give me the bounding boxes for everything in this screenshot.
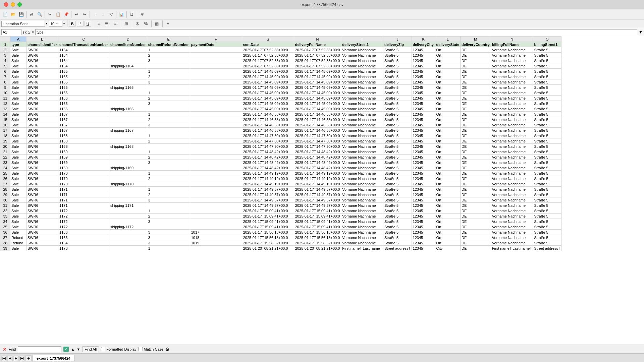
cell-r9-c0[interactable]: Sale [10, 85, 26, 90]
redo-icon[interactable]: ↪ [81, 11, 88, 18]
cell-r29-c11[interactable]: Ort [435, 192, 460, 197]
cell-r16-c8[interactable]: Vorname Nachname [341, 122, 383, 128]
cell-r26-c5[interactable] [190, 176, 242, 181]
cell-r3-c4[interactable]: 2 [147, 53, 190, 58]
cell-r39-c2[interactable]: 1173 [58, 246, 109, 251]
row-num-39[interactable]: 39 [0, 246, 10, 251]
cell-r11-c8[interactable]: Vorname Nachname [341, 96, 383, 101]
cell-r20-c7[interactable]: 2025-01-17T14:47:30+00:0 [294, 144, 341, 149]
cell-r16-c9[interactable]: Straße 5 [383, 122, 412, 128]
cell-r5-c6[interactable]: 2025-01-17T07:52:33+00:0 [242, 63, 294, 69]
cell-r4-c9[interactable]: Straße 5 [383, 58, 412, 63]
find-next-icon[interactable]: ▼ [76, 347, 80, 351]
cell-r15-c9[interactable]: Straße 5 [383, 117, 412, 122]
cell-r22-c2[interactable]: 1169 [58, 155, 109, 160]
cell-r7-c7[interactable]: 2025-01-17T14:45:09+00:0 [294, 74, 341, 79]
cell-r37-c0[interactable]: Refund [10, 235, 26, 240]
cell-r35-c14[interactable]: Straße 5 [533, 224, 561, 230]
col-header-e[interactable]: E [147, 37, 190, 42]
cell-r37-c1[interactable]: SWR6 [26, 235, 58, 240]
cell-r5-c9[interactable]: Straße 5 [383, 63, 412, 69]
underline-button[interactable]: U [85, 21, 91, 27]
cell-r4-c1[interactable]: SWR6 [26, 58, 58, 63]
cell-r10-c8[interactable]: Vorname Nachname [341, 90, 383, 96]
header-cell-5[interactable]: paymentDate [190, 42, 242, 47]
cell-r27-c2[interactable]: 1170 [58, 181, 109, 187]
cell-r29-c1[interactable]: SWR6 [26, 192, 58, 197]
cell-r15-c11[interactable]: Ort [435, 117, 460, 122]
cell-r21-c10[interactable]: 12345 [412, 149, 435, 155]
cell-r28-c10[interactable]: 12345 [412, 187, 435, 192]
paste-icon[interactable]: 📌 [62, 11, 70, 18]
cell-r23-c10[interactable]: 12345 [412, 160, 435, 165]
cell-r36-c3[interactable] [109, 230, 147, 235]
cell-r30-c2[interactable]: 1171 [58, 197, 109, 203]
cell-r9-c13[interactable]: Vorname Nachname [491, 85, 533, 90]
cell-r14-c5[interactable] [190, 112, 242, 117]
cell-r5-c12[interactable]: DE [461, 63, 491, 69]
cell-r8-c3[interactable] [109, 79, 147, 85]
cell-r18-c2[interactable]: 1168 [58, 133, 109, 138]
cell-r13-c5[interactable] [190, 106, 242, 112]
cell-r24-c8[interactable]: Vorname Nachname [341, 165, 383, 171]
font-name-dropdown[interactable]: ▼ [45, 22, 48, 25]
tab-last-btn[interactable]: ▶| [19, 356, 25, 361]
cell-r14-c13[interactable]: Vorname Nachname [491, 112, 533, 117]
bold-button[interactable]: B [69, 21, 76, 27]
cell-r22-c1[interactable]: SWR6 [26, 155, 58, 160]
font-size-dropdown[interactable]: ▼ [63, 22, 65, 25]
cell-r19-c4[interactable]: 2 [147, 138, 190, 144]
cell-r4-c2[interactable]: 1164 [58, 58, 109, 63]
cell-r20-c11[interactable]: Ort [435, 144, 460, 149]
cell-r16-c10[interactable]: 12345 [412, 122, 435, 128]
cell-r39-c6[interactable]: 2025-01-20T08:21:21+00:0 [242, 246, 294, 251]
cell-r13-c3[interactable]: shipping-1166 [109, 106, 147, 112]
cell-r20-c3[interactable]: shipping-1168 [109, 144, 147, 149]
cell-r4-c12[interactable]: DE [461, 58, 491, 63]
header-cell-6[interactable]: sentDate [242, 42, 294, 47]
cell-r30-c11[interactable]: Ort [435, 197, 460, 203]
cell-r21-c2[interactable]: 1169 [58, 149, 109, 155]
cell-r15-c2[interactable]: 1167 [58, 117, 109, 122]
cell-r36-c4[interactable]: 3 [147, 230, 190, 235]
cell-r34-c11[interactable]: Ort [435, 219, 460, 224]
cell-r20-c13[interactable]: Vorname Nachname [491, 144, 533, 149]
cell-r8-c9[interactable]: Straße 5 [383, 79, 412, 85]
cell-r38-c6[interactable]: 2025-01-17T15:58:52+00:0 [242, 240, 294, 246]
cell-r14-c6[interactable]: 2025-01-17T14:46:58+00:0 [242, 112, 294, 117]
merge-icon[interactable]: ⊞ [123, 20, 130, 27]
cell-r32-c1[interactable]: SWR6 [26, 208, 58, 214]
cell-r23-c8[interactable]: Vorname Nachname [341, 160, 383, 165]
cell-r9-c14[interactable]: Straße 5 [533, 85, 561, 90]
cell-r18-c13[interactable]: Vorname Nachname [491, 133, 533, 138]
cell-r27-c1[interactable]: SWR6 [26, 181, 58, 187]
cell-r2-c8[interactable]: Vorname Nachname [341, 47, 383, 53]
cell-r31-c1[interactable]: SWR6 [26, 203, 58, 208]
cell-r14-c10[interactable]: 12345 [412, 112, 435, 117]
cell-r26-c7[interactable]: 2025-01-17T14:49:19+00:0 [294, 176, 341, 181]
cell-r17-c0[interactable]: Sale [10, 128, 26, 133]
cell-r24-c5[interactable] [190, 165, 242, 171]
cell-r12-c14[interactable]: Straße 5 [533, 101, 561, 106]
cell-r38-c1[interactable]: SWR6 [26, 240, 58, 246]
cell-r2-c1[interactable]: SWR6 [26, 47, 58, 53]
cell-r25-c0[interactable]: Sale [10, 171, 26, 176]
cell-r11-c9[interactable]: Straße 5 [383, 96, 412, 101]
cell-r11-c5[interactable] [190, 96, 242, 101]
row-num-16[interactable]: 16 [0, 122, 10, 128]
cell-r17-c3[interactable]: shipping-1167 [109, 128, 147, 133]
col-header-j[interactable]: J [383, 37, 412, 42]
cell-r9-c10[interactable]: 12345 [412, 85, 435, 90]
cell-r39-c1[interactable]: SWR6 [26, 246, 58, 251]
cell-r5-c2[interactable]: 1164 [58, 63, 109, 69]
cell-r16-c14[interactable]: Straße 5 [533, 122, 561, 128]
cell-r32-c11[interactable]: Ort [435, 208, 460, 214]
cell-r22-c0[interactable]: Sale [10, 155, 26, 160]
cell-r34-c14[interactable]: Straße 5 [533, 219, 561, 224]
cell-r39-c7[interactable]: 2025-01-20T08:21:21+00:0 [294, 246, 341, 251]
row-num-38[interactable]: 38 [0, 240, 10, 246]
cell-r2-c11[interactable]: Ort [435, 47, 460, 53]
cell-r9-c1[interactable]: SWR6 [26, 85, 58, 90]
cell-r8-c8[interactable]: Vorname Nachname [341, 79, 383, 85]
cell-r22-c6[interactable]: 2025-01-17T14:48:42+00:0 [242, 155, 294, 160]
